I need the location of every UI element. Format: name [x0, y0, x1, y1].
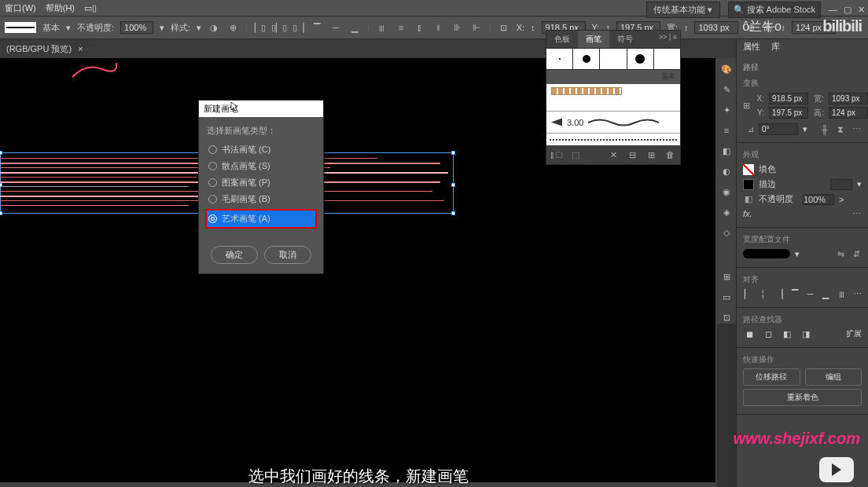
opacity-input[interactable] — [120, 21, 153, 34]
al3[interactable]: ▕ — [774, 288, 784, 299]
transform-icon[interactable]: ⊡ — [498, 21, 510, 34]
brush-pattern-preview[interactable] — [546, 84, 680, 111]
align-m-icon[interactable]: ─ — [329, 21, 342, 34]
al7[interactable]: ⫼ — [837, 288, 846, 299]
stroke-preview[interactable] — [5, 22, 36, 33]
stroke-swatch[interactable] — [743, 179, 754, 190]
dist-s2-icon[interactable]: ⊩ — [470, 21, 483, 34]
play-button[interactable] — [819, 457, 854, 482]
asset-icon[interactable]: ⊞ — [720, 270, 733, 283]
prop-x[interactable] — [769, 93, 808, 104]
pf-intersect[interactable]: ◧ — [781, 328, 793, 339]
flip-h-icon[interactable]: ╫ — [819, 124, 830, 135]
gradient-icon[interactable]: ◧ — [720, 145, 733, 157]
flip1-icon[interactable]: ⇋ — [835, 248, 846, 259]
brush-dashes[interactable] — [546, 133, 680, 145]
radio-art[interactable]: 艺术画笔 (A) — [205, 209, 317, 229]
dist-v2-icon[interactable]: ⦀ — [432, 21, 445, 34]
pf-exclude[interactable]: ◨ — [800, 328, 812, 339]
tab-symbols[interactable]: 符号 — [609, 31, 641, 48]
lib-icon[interactable]: ⫿⬚ — [551, 149, 562, 160]
flip-v-icon[interactable]: ⧗ — [835, 124, 846, 135]
tab-brushes[interactable]: 画笔 — [578, 31, 609, 48]
prop-h[interactable] — [829, 107, 868, 119]
graphic-styles-icon[interactable]: ◈ — [720, 206, 733, 218]
lib2-icon[interactable]: ⬚ — [570, 149, 581, 160]
remove-stroke-icon[interactable]: ✕ — [608, 149, 619, 160]
pf-minus[interactable]: ◻ — [762, 328, 774, 339]
tab-close-icon[interactable]: × — [78, 44, 83, 53]
radio-scatter[interactable]: 散点画笔 (S) — [207, 158, 315, 174]
stroke-icon[interactable]: ≡ — [720, 124, 733, 137]
align-b-icon[interactable]: ▁ — [348, 21, 361, 34]
trash-icon[interactable]: 🗑 — [664, 149, 675, 160]
ok-button[interactable]: 确定 — [211, 246, 258, 264]
dist-s1-icon[interactable]: ⊪ — [451, 21, 464, 34]
document-tab[interactable]: (RGB/GPU 预览)× — [6, 43, 83, 55]
close-icon[interactable]: ✕ — [858, 5, 865, 15]
stroke-weight[interactable] — [830, 179, 852, 190]
prop-w[interactable] — [829, 93, 868, 104]
recolor-button[interactable]: 重新着色 — [743, 389, 862, 406]
prop-y[interactable] — [769, 107, 808, 119]
al6[interactable]: ▁ — [821, 288, 830, 299]
transparency-icon[interactable]: ◐ — [720, 165, 733, 178]
al1[interactable]: ▏ — [743, 288, 752, 299]
menu-help[interactable]: 帮助(H) — [46, 2, 75, 14]
width-profile-sel[interactable] — [743, 249, 790, 258]
appearance-icon[interactable]: ◉ — [720, 185, 733, 198]
options-icon[interactable]: ⊟ — [627, 149, 638, 160]
brush-stroke-row[interactable]: 3.00 — [546, 111, 680, 133]
align-r-icon[interactable]: ▯▕ — [292, 21, 304, 34]
prop-opacity[interactable] — [803, 194, 834, 205]
al4[interactable]: ▔ — [790, 288, 800, 299]
flip2-icon[interactable]: ⇵ — [851, 248, 862, 259]
brushes-panel[interactable]: 色板 画笔 符号 >> | ≡ 基本 3.00 ⫿⬚ ⬚ ✕ ⊟ ⊞ 🗑 — [546, 30, 681, 165]
pf-unite[interactable]: ◼ — [743, 328, 756, 339]
al2[interactable]: ╎ — [759, 288, 768, 299]
group-button[interactable]: 编组 — [805, 368, 862, 386]
dist-h-icon[interactable]: ⫼ — [376, 21, 388, 34]
pf-expand[interactable]: 扩展 — [846, 328, 862, 339]
more-icon[interactable]: ⊡ — [720, 311, 733, 324]
new-brush-icon[interactable]: ⊞ — [645, 149, 657, 160]
align-c-icon[interactable]: ▯▏▯ — [273, 21, 285, 34]
layers-icon[interactable]: ◇ — [720, 226, 733, 239]
more-opts-icon[interactable]: ⋯ — [851, 124, 862, 135]
symbols-icon[interactable]: ✦ — [720, 104, 733, 116]
basic-label[interactable]: 基本 — [42, 22, 60, 34]
recolor-icon[interactable]: ◑ — [208, 21, 220, 34]
angle-input[interactable] — [759, 123, 798, 135]
al5[interactable]: ─ — [806, 288, 815, 299]
search-box[interactable]: 🔍 搜索 Adobe Stock — [728, 2, 822, 18]
tab-swatches[interactable]: 色板 — [546, 31, 578, 48]
minimize-icon[interactable]: — — [829, 5, 837, 15]
brushes-icon[interactable]: ✎ — [720, 83, 733, 96]
offset-path-button[interactable]: 位移路径 — [743, 368, 800, 386]
brush-size[interactable]: 3.00 — [567, 118, 583, 127]
align-l-icon[interactable]: ▏▯ — [254, 21, 267, 34]
workspace-dropdown[interactable]: 传统基本功能 ▾ — [646, 2, 719, 18]
ref-point-icon[interactable]: ⊞ — [743, 101, 750, 112]
fill-swatch[interactable] — [743, 164, 754, 175]
dist-h2-icon[interactable]: ⫿ — [414, 21, 426, 34]
w-input[interactable] — [694, 21, 738, 34]
artboards-icon[interactable]: ▭ — [720, 291, 733, 303]
al-more[interactable]: ⋯ — [852, 288, 862, 299]
radio-bristle[interactable]: 毛刷画笔 (B) — [207, 191, 315, 207]
cancel-button[interactable]: 取消 — [264, 246, 311, 264]
menu-arrange-icon[interactable]: ▭▯ — [84, 3, 97, 13]
tab-properties[interactable]: 属性 — [743, 41, 760, 53]
globe-icon[interactable]: ⊕ — [226, 21, 239, 34]
dist-v-icon[interactable]: ≡ — [395, 21, 407, 34]
align-t-icon[interactable]: ▔ — [311, 21, 323, 34]
tab-libraries[interactable]: 库 — [771, 41, 780, 53]
brush-thumbs[interactable] — [546, 49, 680, 70]
radio-pattern[interactable]: 图案画笔 (P) — [207, 174, 315, 191]
panel-collapse-icon[interactable]: >> | ≡ — [659, 33, 677, 41]
fx-more-icon[interactable]: ⋯ — [851, 208, 862, 219]
radio-calligraphy[interactable]: 书法画笔 (C) — [207, 141, 315, 158]
maximize-icon[interactable]: ▢ — [844, 5, 851, 15]
color-icon[interactable]: 🎨 — [720, 63, 733, 75]
menu-window[interactable]: 窗口(W) — [5, 2, 36, 14]
